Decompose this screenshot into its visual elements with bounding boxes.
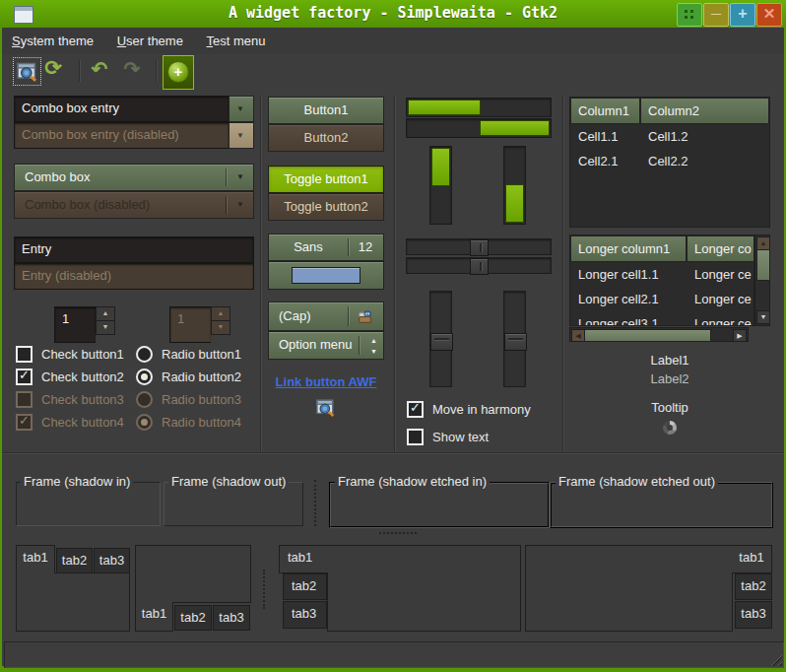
minimize-button[interactable]: ─: [703, 3, 729, 27]
slider-handle[interactable]: [504, 333, 527, 351]
toggle-button2: Toggle button2: [268, 193, 384, 221]
combo-entry-text[interactable]: Combo box entry: [14, 96, 229, 122]
tab-tab1[interactable]: tab1: [16, 545, 55, 573]
radio-label: Radio button4: [162, 415, 241, 430]
spin-up-icon[interactable]: ▲: [96, 306, 115, 321]
tab-tab1[interactable]: tab1: [732, 545, 772, 573]
window: A widget factory - Simplewaita - Gtk2 ─ …: [0, 0, 786, 672]
column-header[interactable]: Column2: [640, 98, 769, 124]
frame-label: Frame (shadow in): [21, 474, 133, 489]
hscale-1[interactable]: [406, 238, 552, 255]
slider-handle[interactable]: [470, 239, 489, 256]
header-row: Column1 Column2: [570, 98, 769, 124]
vscale-2[interactable]: [503, 291, 526, 387]
color-button[interactable]: [268, 261, 384, 290]
plus-icon: +: [167, 61, 189, 83]
spin-button[interactable]: 1 ▲ ▼: [54, 306, 115, 335]
table-row[interactable]: Longer cell3.1 Longer ce: [570, 311, 753, 326]
toolbar-separator: [156, 60, 157, 82]
move-in-harmony-check[interactable]: Move in harmony: [407, 401, 531, 418]
pane-separator: [394, 96, 395, 451]
tab-tab2[interactable]: tab2: [283, 573, 327, 600]
vertical-dotted-separator: [263, 570, 265, 609]
combo-box[interactable]: Combo box ▼: [14, 164, 254, 191]
menu-user-theme[interactable]: User theme: [107, 29, 193, 53]
frame-label: Frame (shadow etched in): [335, 474, 490, 489]
notebook1-page: [16, 572, 130, 632]
treeview-2[interactable]: Longer column1 Longer co Longer cell1.1 …: [569, 235, 754, 326]
spin-down-icon[interactable]: ▼: [96, 321, 115, 335]
radio-icon: [136, 346, 153, 363]
scroll-right-icon[interactable]: ▶: [733, 329, 747, 342]
horizontal-scrollbar[interactable]: ◀ ▶: [569, 327, 749, 342]
resize-grip[interactable]: [767, 651, 782, 666]
option-menu[interactable]: Option menu ▲▼: [268, 331, 384, 360]
checkbox-checked-icon: [16, 369, 33, 385]
vertical-scrollbar[interactable]: ▲ ▼: [754, 235, 770, 326]
column-header[interactable]: Longer column1: [570, 235, 687, 262]
close-button[interactable]: ✕: [756, 3, 782, 27]
table-row[interactable]: Cell1.1 Cell1.2: [570, 124, 769, 149]
tab-tab3[interactable]: tab3: [283, 601, 327, 629]
undo-icon[interactable]: ↶: [87, 57, 112, 85]
check-label: Check button4: [41, 415, 124, 430]
tab-tab2[interactable]: tab2: [56, 548, 93, 573]
column-header[interactable]: Column1: [570, 98, 640, 124]
treeview-1[interactable]: Column1 Column2 Cell1.1 Cell1.2 Cell2.1 …: [569, 97, 770, 228]
combo-dropdown-button[interactable]: ▼: [229, 96, 254, 122]
spin-value[interactable]: 1: [54, 306, 96, 343]
check-button-1[interactable]: Check button1: [16, 346, 124, 363]
button1[interactable]: Button1: [268, 97, 384, 124]
link-text[interactable]: Link button AWF: [276, 374, 377, 389]
entry-field[interactable]: Entry: [14, 236, 254, 263]
table-row[interactable]: Longer cell1.1 Longer ce: [570, 262, 753, 287]
tab-tab1[interactable]: tab1: [135, 602, 173, 632]
scroll-down-icon[interactable]: ▼: [756, 310, 770, 324]
progressbar-horizontal-1: [406, 98, 552, 117]
titlebar[interactable]: A widget factory - Simplewaita - Gtk2 ─ …: [0, 0, 786, 28]
radio-label: Radio button2: [162, 370, 241, 384]
scrollbar-thumb[interactable]: [584, 329, 711, 342]
tab-tab3[interactable]: tab3: [94, 548, 130, 573]
check-label: Check button3: [41, 392, 124, 407]
radio-button-2[interactable]: Radio button2: [136, 369, 241, 385]
radio-button-1[interactable]: Radio button1: [136, 346, 241, 363]
scrollbar-thumb[interactable]: [756, 249, 770, 281]
check-button-4: Check button4: [16, 414, 124, 431]
vscale-1[interactable]: [429, 291, 452, 387]
combo-box-entry[interactable]: Combo box entry ▼: [14, 96, 254, 122]
spin-up-icon: ▲: [211, 306, 230, 321]
hscale-2[interactable]: [406, 257, 552, 274]
cell: Longer ce: [687, 287, 754, 311]
progress-fill: [431, 148, 450, 186]
add-button[interactable]: +: [163, 55, 194, 90]
slider-handle[interactable]: [470, 258, 489, 275]
link-button[interactable]: Link button AWF: [268, 374, 384, 389]
menu-test-menu[interactable]: Test menu: [197, 29, 276, 53]
table-row[interactable]: Cell2.1 Cell2.2: [570, 149, 769, 173]
cap-button[interactable]: (Cap): [268, 302, 384, 331]
chevron-down-icon: ▼: [228, 123, 253, 148]
refresh-icon[interactable]: ⟳: [40, 56, 66, 84]
tab-tab1[interactable]: tab1: [279, 545, 328, 573]
notebook4-page: [525, 545, 733, 632]
tab-tab2[interactable]: tab2: [174, 605, 212, 631]
tab-tab2[interactable]: tab2: [735, 573, 772, 600]
toolbar-awf-button[interactable]: [13, 57, 41, 86]
check-button-3: Check button3: [16, 391, 124, 408]
table-row[interactable]: Longer cell2.1 Longer ce: [570, 287, 753, 311]
cap-face-icon: [357, 308, 373, 325]
tab-tab3[interactable]: tab3: [735, 601, 772, 629]
tab-tab3[interactable]: tab3: [213, 605, 250, 631]
maximize-button[interactable]: +: [730, 3, 755, 27]
toggle-button1[interactable]: Toggle button1: [268, 166, 384, 193]
slider-handle[interactable]: [430, 333, 453, 351]
redo-icon[interactable]: ↷: [119, 57, 145, 85]
show-text-check[interactable]: Show text: [407, 429, 489, 445]
menu-system-theme[interactable]: System theme: [2, 29, 103, 53]
check-button-2[interactable]: Check button2: [16, 369, 124, 385]
pin-button[interactable]: [677, 3, 702, 27]
font-button[interactable]: Sans 12: [268, 234, 384, 261]
section-separator: [2, 452, 784, 453]
column-header[interactable]: Longer co: [687, 235, 754, 262]
